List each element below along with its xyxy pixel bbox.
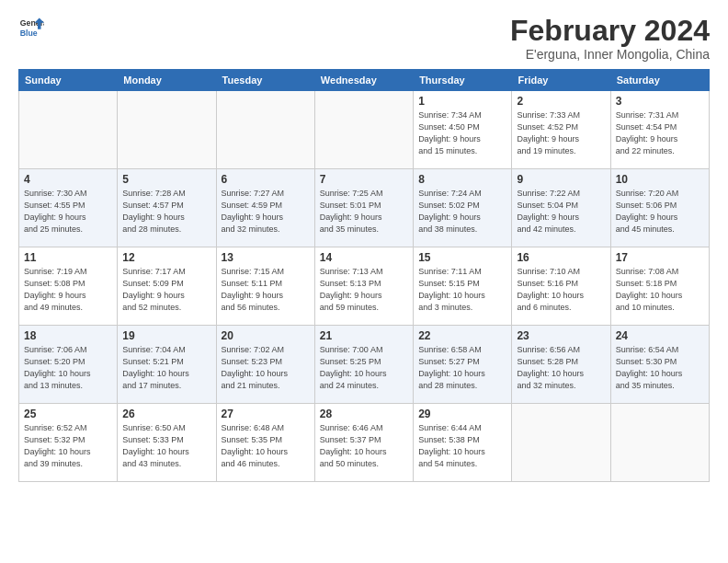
day-info: Sunrise: 7:20 AM Sunset: 5:06 PM Dayligh…: [616, 188, 704, 236]
header-friday: Friday: [512, 70, 610, 91]
calendar-cell: [216, 91, 314, 169]
header-tuesday: Tuesday: [216, 70, 314, 91]
calendar-cell: 17Sunrise: 7:08 AM Sunset: 5:18 PM Dayli…: [610, 247, 709, 326]
day-info: Sunrise: 7:19 AM Sunset: 5:08 PM Dayligh…: [24, 266, 112, 314]
day-info: Sunrise: 7:11 AM Sunset: 5:15 PM Dayligh…: [418, 266, 506, 314]
day-number: 24: [616, 329, 704, 342]
day-number: 22: [418, 329, 506, 342]
calendar-cell: 16Sunrise: 7:10 AM Sunset: 5:16 PM Dayli…: [512, 247, 610, 326]
day-number: 29: [418, 408, 506, 420]
calendar-cell: [610, 404, 709, 482]
day-info: Sunrise: 7:06 AM Sunset: 5:20 PM Dayligh…: [24, 344, 112, 392]
calendar-week-row: 25Sunrise: 6:52 AM Sunset: 5:32 PM Dayli…: [19, 404, 710, 482]
calendar-cell: 28Sunrise: 6:46 AM Sunset: 5:37 PM Dayli…: [314, 404, 413, 482]
header-sunday: Sunday: [19, 70, 118, 91]
calendar-cell: 19Sunrise: 7:04 AM Sunset: 5:21 PM Dayli…: [118, 326, 216, 404]
day-info: Sunrise: 7:02 AM Sunset: 5:23 PM Dayligh…: [222, 344, 310, 392]
header-monday: Monday: [118, 70, 216, 91]
day-number: 12: [122, 251, 210, 264]
calendar-cell: 1Sunrise: 7:34 AM Sunset: 4:50 PM Daylig…: [414, 91, 512, 169]
calendar-cell: [314, 91, 413, 169]
calendar-cell: 24Sunrise: 6:54 AM Sunset: 5:30 PM Dayli…: [610, 326, 709, 404]
day-info: Sunrise: 6:54 AM Sunset: 5:30 PM Dayligh…: [616, 344, 704, 392]
day-info: Sunrise: 7:00 AM Sunset: 5:25 PM Dayligh…: [320, 344, 408, 392]
day-number: 28: [320, 408, 408, 420]
day-info: Sunrise: 7:34 AM Sunset: 4:50 PM Dayligh…: [418, 109, 506, 157]
calendar-cell: [19, 91, 118, 169]
calendar-cell: 10Sunrise: 7:20 AM Sunset: 5:06 PM Dayli…: [610, 169, 709, 247]
day-number: 27: [222, 408, 310, 420]
day-info: Sunrise: 7:13 AM Sunset: 5:13 PM Dayligh…: [320, 266, 408, 314]
calendar-cell: 4Sunrise: 7:30 AM Sunset: 4:55 PM Daylig…: [19, 169, 118, 247]
day-number: 4: [24, 173, 112, 186]
day-info: Sunrise: 7:30 AM Sunset: 4:55 PM Dayligh…: [24, 188, 112, 236]
calendar-cell: 23Sunrise: 6:56 AM Sunset: 5:28 PM Dayli…: [512, 326, 610, 404]
calendar-cell: 6Sunrise: 7:27 AM Sunset: 4:59 PM Daylig…: [216, 169, 314, 247]
day-info: Sunrise: 6:52 AM Sunset: 5:32 PM Dayligh…: [24, 422, 112, 470]
calendar-cell: 25Sunrise: 6:52 AM Sunset: 5:32 PM Dayli…: [19, 404, 118, 482]
calendar-week-row: 4Sunrise: 7:30 AM Sunset: 4:55 PM Daylig…: [19, 169, 710, 247]
day-number: 23: [517, 329, 605, 342]
day-info: Sunrise: 7:10 AM Sunset: 5:16 PM Dayligh…: [517, 266, 605, 314]
day-info: Sunrise: 7:27 AM Sunset: 4:59 PM Dayligh…: [222, 188, 310, 236]
calendar-cell: 14Sunrise: 7:13 AM Sunset: 5:13 PM Dayli…: [314, 247, 413, 326]
day-info: Sunrise: 7:17 AM Sunset: 5:09 PM Dayligh…: [122, 266, 210, 314]
logo: General Blue: [18, 15, 44, 40]
day-info: Sunrise: 7:25 AM Sunset: 5:01 PM Dayligh…: [320, 188, 408, 236]
calendar-cell: [118, 91, 216, 169]
calendar-cell: 5Sunrise: 7:28 AM Sunset: 4:57 PM Daylig…: [118, 169, 216, 247]
calendar-week-row: 18Sunrise: 7:06 AM Sunset: 5:20 PM Dayli…: [19, 326, 710, 404]
calendar-cell: 20Sunrise: 7:02 AM Sunset: 5:23 PM Dayli…: [216, 326, 314, 404]
svg-text:Blue: Blue: [20, 29, 38, 38]
day-number: 21: [320, 329, 408, 342]
day-info: Sunrise: 7:24 AM Sunset: 5:02 PM Dayligh…: [418, 188, 506, 236]
day-number: 15: [418, 251, 506, 264]
calendar-cell: 29Sunrise: 6:44 AM Sunset: 5:38 PM Dayli…: [414, 404, 512, 482]
day-info: Sunrise: 7:04 AM Sunset: 5:21 PM Dayligh…: [122, 344, 210, 392]
day-info: Sunrise: 6:50 AM Sunset: 5:33 PM Dayligh…: [122, 422, 210, 470]
day-number: 20: [222, 329, 310, 342]
day-number: 5: [122, 173, 210, 186]
day-info: Sunrise: 6:58 AM Sunset: 5:27 PM Dayligh…: [418, 344, 506, 392]
day-number: 1: [418, 95, 506, 108]
calendar-cell: 13Sunrise: 7:15 AM Sunset: 5:11 PM Dayli…: [216, 247, 314, 326]
day-number: 8: [418, 173, 506, 186]
day-info: Sunrise: 6:44 AM Sunset: 5:38 PM Dayligh…: [418, 422, 506, 470]
calendar-header-row: Sunday Monday Tuesday Wednesday Thursday…: [19, 70, 710, 91]
day-number: 3: [616, 95, 704, 108]
logo-icon: General Blue: [18, 15, 44, 40]
day-number: 13: [222, 251, 310, 264]
calendar-week-row: 1Sunrise: 7:34 AM Sunset: 4:50 PM Daylig…: [19, 91, 710, 169]
day-number: 18: [24, 329, 112, 342]
calendar-cell: 12Sunrise: 7:17 AM Sunset: 5:09 PM Dayli…: [118, 247, 216, 326]
day-number: 2: [517, 95, 605, 108]
day-number: 9: [517, 173, 605, 186]
day-info: Sunrise: 6:46 AM Sunset: 5:37 PM Dayligh…: [320, 422, 408, 470]
page-container: General Blue February 2024 E'erguna, Inn…: [0, 0, 728, 563]
header-saturday: Saturday: [610, 70, 709, 91]
day-number: 7: [320, 173, 408, 186]
calendar-cell: 26Sunrise: 6:50 AM Sunset: 5:33 PM Dayli…: [118, 404, 216, 482]
calendar-cell: 7Sunrise: 7:25 AM Sunset: 5:01 PM Daylig…: [314, 169, 413, 247]
day-number: 25: [24, 408, 112, 420]
day-info: Sunrise: 7:28 AM Sunset: 4:57 PM Dayligh…: [122, 188, 210, 236]
header-wednesday: Wednesday: [314, 70, 413, 91]
calendar-week-row: 11Sunrise: 7:19 AM Sunset: 5:08 PM Dayli…: [19, 247, 710, 326]
calendar-cell: 21Sunrise: 7:00 AM Sunset: 5:25 PM Dayli…: [314, 326, 413, 404]
day-number: 16: [517, 251, 605, 264]
calendar-cell: 15Sunrise: 7:11 AM Sunset: 5:15 PM Dayli…: [414, 247, 512, 326]
calendar-cell: 2Sunrise: 7:33 AM Sunset: 4:52 PM Daylig…: [512, 91, 610, 169]
day-info: Sunrise: 7:08 AM Sunset: 5:18 PM Dayligh…: [616, 266, 704, 314]
subtitle: E'erguna, Inner Mongolia, China: [510, 47, 710, 62]
day-info: Sunrise: 7:22 AM Sunset: 5:04 PM Dayligh…: [517, 188, 605, 236]
day-number: 6: [222, 173, 310, 186]
header-thursday: Thursday: [414, 70, 512, 91]
day-info: Sunrise: 7:33 AM Sunset: 4:52 PM Dayligh…: [517, 109, 605, 157]
calendar-cell: [512, 404, 610, 482]
day-info: Sunrise: 6:56 AM Sunset: 5:28 PM Dayligh…: [517, 344, 605, 392]
day-info: Sunrise: 6:48 AM Sunset: 5:35 PM Dayligh…: [222, 422, 310, 470]
day-number: 10: [616, 173, 704, 186]
header: General Blue February 2024 E'erguna, Inn…: [18, 15, 710, 62]
day-info: Sunrise: 7:15 AM Sunset: 5:11 PM Dayligh…: [222, 266, 310, 314]
calendar-cell: 9Sunrise: 7:22 AM Sunset: 5:04 PM Daylig…: [512, 169, 610, 247]
